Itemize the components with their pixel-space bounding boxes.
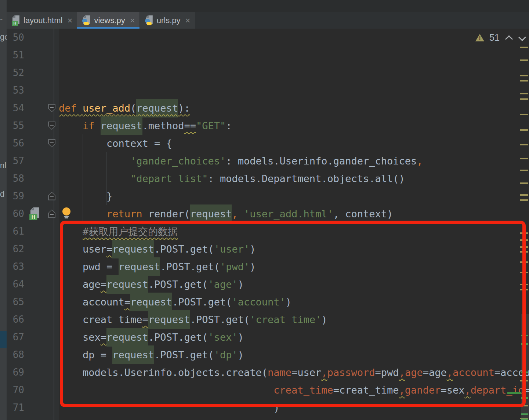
code-line[interactable]: 55 if request.method=="GET": [7, 117, 529, 134]
fold-marker[interactable] [48, 192, 55, 200]
line-number: 70 [7, 384, 24, 395]
code-line[interactable]: 57 'gander_choices': models.Userinfo.gan… [7, 152, 529, 170]
scrollbar-warning-mark[interactable] [520, 170, 528, 171]
code-line[interactable]: 66 creat_time=request.POST.get('creat_ti… [7, 311, 529, 328]
scrollbar-change-mark[interactable] [521, 419, 528, 420]
scrollbar-warning-mark[interactable] [520, 75, 528, 76]
scrollbar-change-mark[interactable] [521, 372, 528, 373]
scrollbar-warning-mark[interactable] [520, 129, 528, 131]
code-text[interactable]: creat_time=request.POST.get('creat_time'… [59, 315, 327, 325]
code-line[interactable]: 65 account=request.POST.get('account') [7, 293, 529, 311]
scrollbar-change-mark[interactable] [521, 343, 528, 345]
scrollbar-warning-mark[interactable] [520, 182, 528, 184]
project-panel-sliver[interactable]: -gcnld [0, 0, 7, 420]
scrollbar-change-mark[interactable] [521, 397, 528, 399]
code-line[interactable]: 69 models.Userinfo.objects.create(name=u… [7, 363, 529, 381]
code-text[interactable]: account=request.POST.get('account') [59, 297, 291, 307]
code-line[interactable]: 70 creat_time=creat_time,gander=sex,depa… [7, 381, 529, 399]
ide-window: -gcnld Hlayout.html×views.py×urls.py× 50… [0, 0, 529, 420]
scrollbar-warning-mark[interactable] [520, 289, 528, 290]
scrollbar-warning-mark[interactable] [520, 232, 528, 234]
code-editor[interactable]: 5051525354def user_add(request):55 if re… [7, 29, 529, 420]
fold-marker[interactable] [48, 122, 55, 130]
warning-triangle-icon: ! [475, 34, 484, 41]
code-line[interactable]: 60H return render(request, 'user_add.htm… [7, 205, 529, 222]
code-text[interactable]: 'gander_choices': models.Userinfo.gander… [59, 156, 423, 166]
scrollbar-thumb[interactable] [521, 314, 529, 420]
code-line[interactable]: 61 #获取用户提交的数据 [7, 222, 529, 240]
tab-close-icon[interactable]: × [130, 16, 135, 25]
scrollbar-warning-mark[interactable] [520, 47, 528, 48]
code-line[interactable]: 71 ) [7, 399, 529, 416]
scrollbar-warning-mark[interactable] [520, 251, 528, 253]
tab-views-py[interactable]: views.py× [77, 12, 139, 29]
previous-problem-icon[interactable] [505, 34, 513, 41]
scrollbar-warning-mark[interactable] [520, 261, 528, 263]
tab-urls-py[interactable]: urls.py× [140, 12, 195, 29]
code-line[interactable]: 59 } [7, 187, 529, 205]
scrollbar-warning-mark[interactable] [520, 194, 528, 196]
window-top-strip [7, 0, 529, 12]
scrollbar-warning-mark[interactable] [520, 80, 528, 82]
code-text[interactable]: "depart_list": models.Department.objects… [59, 174, 405, 184]
scrollbar-warning-mark[interactable] [520, 284, 528, 285]
code-text[interactable]: } [59, 191, 112, 201]
line-number: 61 [7, 226, 24, 237]
code-text[interactable]: pwd = request.POST.get('pwd') [59, 262, 256, 272]
code-text[interactable]: #获取用户提交的数据 [59, 227, 178, 236]
code-text[interactable]: age=request.POST.get('age') [59, 279, 244, 289]
code-line[interactable]: 51 [7, 46, 529, 64]
tab-close-icon[interactable]: × [185, 16, 191, 25]
code-line[interactable]: 54def user_add(request): [7, 99, 529, 117]
code-line[interactable]: 63 pwd = request.POST.get('pwd') [7, 258, 529, 275]
scrollbar-warning-mark[interactable] [520, 239, 528, 241]
code-line[interactable]: 67 sex=request.POST.get('sex') [7, 328, 529, 346]
line-number: 60 [7, 208, 24, 219]
scrollbar-change-mark[interactable] [521, 413, 528, 415]
code-line[interactable]: 64 age=request.POST.get('age') [7, 275, 529, 293]
code-text[interactable]: sex=request.POST.get('sex') [59, 332, 244, 342]
fold-marker[interactable] [48, 139, 55, 148]
fold-marker[interactable] [48, 104, 55, 112]
code-line[interactable]: 68 dp = request.POST.get('dp') [7, 346, 529, 363]
line-number: 65 [7, 296, 24, 307]
code-line[interactable]: 56 context = { [7, 134, 529, 152]
scrollbar-warning-mark[interactable] [520, 93, 528, 94]
scrollbar-warning-mark[interactable] [520, 380, 528, 381]
code-line[interactable]: 52 [7, 64, 529, 82]
code-line[interactable]: 58 "depart_list": models.Department.obje… [7, 170, 529, 187]
next-problem-icon[interactable] [518, 34, 526, 41]
fold-marker-slot [45, 210, 59, 218]
fold-marker[interactable] [48, 210, 55, 218]
scrollbar-warning-mark[interactable] [520, 272, 528, 273]
code-line[interactable]: 50 [7, 29, 529, 46]
tab-layout-html[interactable]: Hlayout.html× [7, 12, 77, 29]
code-line[interactable]: 53 [7, 82, 529, 99]
line-number: 69 [7, 367, 24, 378]
code-line[interactable]: 62 user=request.POST.get('user') [7, 240, 529, 258]
fold-marker-slot [45, 122, 59, 130]
scrollbar-warning-mark[interactable] [520, 144, 528, 145]
code-text[interactable]: ) [59, 403, 279, 413]
scrollbar-warning-mark[interactable] [520, 199, 528, 201]
scrollbar-warning-mark[interactable] [520, 158, 528, 159]
code-text[interactable]: if request.method=="GET": [59, 121, 232, 131]
code-text[interactable]: def user_add(request): [59, 103, 190, 113]
line-number: 62 [7, 243, 24, 254]
code-text[interactable]: user=request.POST.get('user') [59, 244, 256, 254]
code-text[interactable]: models.Userinfo.objects.create(name=user… [59, 368, 529, 377]
code-text[interactable]: return render(request, 'user_add.html', … [59, 209, 393, 219]
scrollbar-warning-mark[interactable] [520, 59, 528, 61]
tab-close-icon[interactable]: × [67, 16, 72, 25]
line-number: 59 [7, 191, 24, 202]
project-tree-item-fragment: - [0, 15, 3, 24]
scrollbar-warning-mark[interactable] [520, 405, 528, 406]
scrollbar-change-mark[interactable] [521, 335, 528, 336]
intention-bulb-icon[interactable] [62, 207, 71, 219]
scrollbar-warning-mark[interactable] [520, 246, 528, 248]
scrollbar-warning-mark[interactable] [520, 114, 528, 115]
code-text[interactable]: creat_time=creat_time,gander=sex,depart_… [59, 385, 529, 395]
code-text[interactable]: context = { [59, 138, 172, 148]
scrollbar-warning-mark[interactable] [520, 98, 528, 100]
code-text[interactable]: dp = request.POST.get('dp') [59, 350, 244, 360]
